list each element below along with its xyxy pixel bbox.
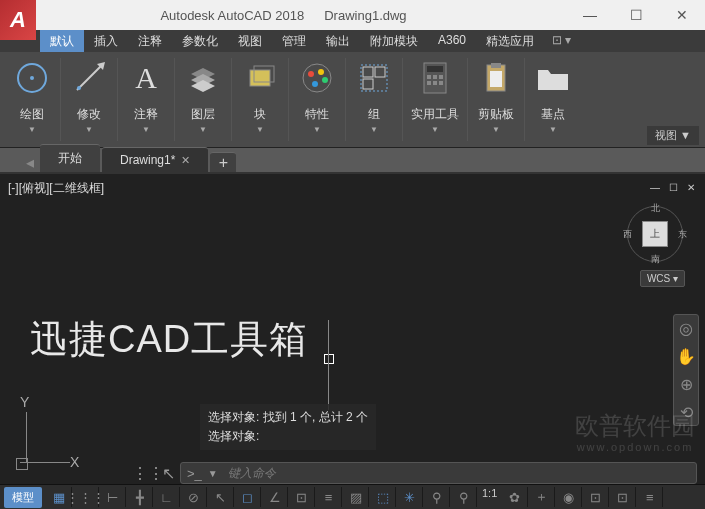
chevron-down-icon: ▼ — [370, 125, 378, 134]
viewport-close-icon[interactable]: ✕ — [683, 180, 699, 194]
scale-dropdown[interactable]: 1:1 — [478, 487, 501, 507]
svg-point-9 — [318, 69, 324, 75]
isodraft-toggle[interactable]: ↖ — [208, 487, 234, 507]
panel-modify[interactable]: 修改 ▼ — [61, 58, 118, 141]
annotation-add-icon[interactable]: ＋ — [529, 487, 555, 507]
menu-view[interactable]: 视图 — [228, 30, 272, 52]
workspace-switch-icon[interactable]: ✿ — [502, 487, 528, 507]
tab-start[interactable]: 开始 — [40, 144, 100, 172]
command-history-icon[interactable]: ▼ — [208, 468, 224, 479]
svg-rect-26 — [490, 71, 502, 87]
customize-status-icon[interactable]: ≡ — [637, 487, 663, 507]
menu-output[interactable]: 输出 — [316, 30, 360, 52]
maximize-button[interactable]: ☐ — [613, 0, 659, 30]
menu-addins[interactable]: 附加模块 — [360, 30, 428, 52]
svg-rect-17 — [427, 66, 443, 72]
viewcube-north[interactable]: 北 — [651, 202, 660, 215]
cmdline-handle-icon[interactable]: ⋮⋮ — [140, 465, 156, 481]
menu-insert[interactable]: 插入 — [84, 30, 128, 52]
wcs-dropdown[interactable]: WCS ▾ — [640, 270, 685, 287]
ortho-toggle[interactable]: ∟ — [154, 487, 180, 507]
model-space-button[interactable]: 模型 — [4, 487, 42, 508]
chevron-down-icon: ▼ — [313, 125, 321, 134]
app-logo[interactable]: A — [0, 0, 36, 40]
pan-icon[interactable]: ✋ — [677, 347, 695, 365]
orbit-icon[interactable]: ⟲ — [677, 403, 695, 421]
command-input[interactable]: 键入命令 — [224, 465, 696, 482]
chevron-down-icon: ▼ — [142, 125, 150, 134]
cmdline-recent-icon[interactable]: ↖ — [160, 465, 176, 481]
close-button[interactable]: ✕ — [659, 0, 705, 30]
panel-base[interactable]: 基点 ▼ — [525, 58, 581, 141]
steering-wheel-icon[interactable]: ◎ — [677, 319, 695, 337]
panel-utilities[interactable]: 实用工具 ▼ — [403, 58, 468, 141]
clean-screen-icon[interactable]: ⊡ — [610, 487, 636, 507]
panel-block[interactable]: 块 ▼ — [232, 58, 289, 141]
command-feedback: 选择对象: 找到 1 个, 总计 2 个 选择对象: — [200, 404, 376, 450]
command-line[interactable]: >_ ▼ 键入命令 — [180, 462, 697, 484]
viewcube-west[interactable]: 西 — [623, 228, 632, 241]
viewport-minimize-icon[interactable]: — — [647, 180, 663, 194]
annotation-visibility-icon[interactable]: ⚲ — [451, 487, 477, 507]
isolate-objects-icon[interactable]: ⊡ — [583, 487, 609, 507]
annotation-monitor-icon[interactable]: ✳ — [397, 487, 423, 507]
transparency-toggle[interactable]: ▨ — [343, 487, 369, 507]
osnap-toggle[interactable]: ◻ — [235, 487, 261, 507]
hardware-accel-icon[interactable]: ◉ — [556, 487, 582, 507]
panel-draw[interactable]: 绘图 ▼ — [4, 58, 61, 141]
svg-rect-22 — [433, 81, 437, 85]
menu-a360[interactable]: A360 — [428, 30, 476, 52]
viewcube-east[interactable]: 东 — [678, 228, 687, 241]
panel-properties[interactable]: 特性 ▼ — [289, 58, 346, 141]
viewcube-south[interactable]: 南 — [651, 253, 660, 266]
dynamic-input-toggle[interactable]: ╋ — [127, 487, 153, 507]
3dosnap-toggle[interactable]: ∠ — [262, 487, 288, 507]
minimize-button[interactable]: — — [567, 0, 613, 30]
status-bar: 模型 ▦ ⋮⋮⋮ ⊢ ╋ ∟ ⊘ ↖ ◻ ∠ ⊡ ≡ ▨ ⬚ ✳ ⚲ ⚲ 1:1… — [0, 484, 705, 509]
tab-add-button[interactable]: + — [210, 152, 236, 172]
chevron-down-icon: ▼ — [549, 125, 557, 134]
annotation-scale-icon[interactable]: ⚲ — [424, 487, 450, 507]
menu-annotate[interactable]: 注释 — [128, 30, 172, 52]
document-tabs: ◂ 开始 Drawing1*✕ + — [0, 148, 705, 174]
svg-point-8 — [308, 71, 314, 77]
menu-default[interactable]: 默认 — [40, 30, 84, 52]
text-icon: A — [126, 58, 166, 98]
polar-toggle[interactable]: ⊘ — [181, 487, 207, 507]
svg-rect-23 — [439, 81, 443, 85]
viewcube[interactable]: 北 南 东 西 上 — [625, 204, 685, 264]
tab-close-icon[interactable]: ✕ — [181, 154, 190, 166]
navigation-bar: ◎ ✋ ⊕ ⟲ — [673, 314, 699, 426]
drawing-viewport[interactable]: [-][俯视][二维线框] — ☐ ✕ 北 南 东 西 上 WCS ▾ ◎ ✋ … — [0, 174, 705, 484]
svg-line-2 — [77, 66, 101, 90]
viewport-label[interactable]: [-][俯视][二维线框] — [8, 180, 104, 197]
panel-layers[interactable]: 图层 ▼ — [175, 58, 232, 141]
group-icon — [354, 58, 394, 98]
svg-point-11 — [312, 81, 318, 87]
selection-cycling-toggle[interactable]: ⬚ — [370, 487, 396, 507]
ucs-x-axis: X — [70, 454, 79, 470]
panel-annotate[interactable]: A 注释 ▼ — [118, 58, 175, 141]
drawing-text-object[interactable]: 迅捷CAD工具箱 — [30, 314, 308, 365]
chevron-down-icon: ▼ — [492, 125, 500, 134]
panel-group[interactable]: 组 ▼ — [346, 58, 403, 141]
svg-rect-18 — [427, 75, 431, 79]
otrack-toggle[interactable]: ⊡ — [289, 487, 315, 507]
menu-featured[interactable]: 精选应用 — [476, 30, 544, 52]
snap-toggle[interactable]: ⋮⋮⋮ — [73, 487, 99, 507]
ucs-origin-icon — [16, 458, 28, 470]
lineweight-toggle[interactable]: ≡ — [316, 487, 342, 507]
tab-scroll-left-icon[interactable]: ◂ — [20, 153, 40, 172]
infer-constraints-toggle[interactable]: ⊢ — [100, 487, 126, 507]
menu-parametric[interactable]: 参数化 — [172, 30, 228, 52]
viewport-maximize-icon[interactable]: ☐ — [665, 180, 681, 194]
pickbox-cursor — [324, 354, 334, 364]
circle-icon — [12, 58, 52, 98]
menu-overflow-icon[interactable]: ⊡ ▾ — [544, 30, 579, 52]
ribbon-tabs: 默认 插入 注释 参数化 视图 管理 输出 附加模块 A360 精选应用 ⊡ ▾ — [0, 30, 705, 52]
zoom-extents-icon[interactable]: ⊕ — [677, 375, 695, 393]
panel-clipboard[interactable]: 剪贴板 ▼ — [468, 58, 525, 141]
tab-drawing1[interactable]: Drawing1*✕ — [102, 147, 208, 172]
ribbon-view-dropdown[interactable]: 视图 ▼ — [647, 126, 699, 145]
menu-manage[interactable]: 管理 — [272, 30, 316, 52]
